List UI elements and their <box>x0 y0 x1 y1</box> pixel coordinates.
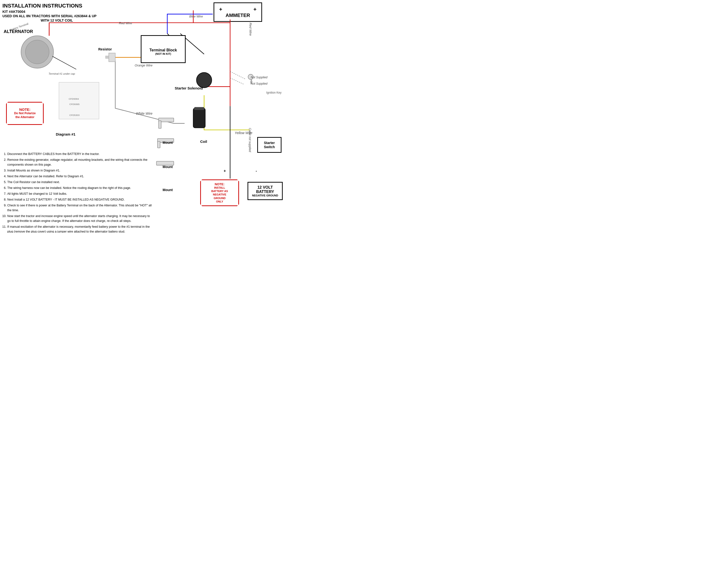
instruction-item-7: All lights MUST be changed to 12 Volt bu… <box>7 191 153 196</box>
mount3-label: Mount <box>163 188 173 192</box>
page: { "header": { "title": "INSTALLATION INS… <box>0 0 291 233</box>
mount2-label: Mount <box>163 165 173 169</box>
terminal-under-cap-label: Terminal #1 under cap <box>49 72 75 75</box>
svg-rect-18 <box>159 121 161 128</box>
svg-text:+: + <box>224 169 226 173</box>
terminal-block-title: Terminal Block <box>141 48 185 52</box>
ammeter-terminals: + + <box>214 6 261 12</box>
instruction-item-3: Install Mounts as shown in Diagram #1. <box>7 168 153 173</box>
instruction-item-5: The Coil Resistor can be installed next. <box>7 180 153 185</box>
svg-text:CFD9304: CFD9304 <box>69 98 79 100</box>
alternator-label: ALTERNATOR <box>4 29 33 34</box>
ignition-key-label: Ignition Key <box>266 91 282 94</box>
svg-rect-12 <box>109 53 115 62</box>
blue-wire-label: Blue Wire <box>189 15 203 18</box>
ammeter-plus-left: + <box>219 6 222 12</box>
resistor-label: Resistor <box>98 47 112 51</box>
page-title: INSTALLATION INSTRUCTIONS <box>2 2 97 9</box>
solenoid-label: Starter Solenoid <box>175 86 203 90</box>
svg-rect-20 <box>157 141 160 148</box>
terminal-block: Terminal Block (NOT IN KIT) <box>141 35 186 63</box>
ammeter-box: + + AMMETER <box>213 2 262 22</box>
instructions-list: Disconnect the BATTERY CABLES from the B… <box>2 151 153 233</box>
starter-switch-label: Starter Switch <box>258 141 281 149</box>
note1-title: NOTE: <box>19 107 31 112</box>
red-wire-label: Red Wire <box>119 21 132 25</box>
instruction-item-6: The wiring harness now can be installed.… <box>7 186 153 190</box>
svg-rect-17 <box>159 118 174 122</box>
svg-rect-16 <box>194 107 204 110</box>
svg-point-28 <box>21 36 54 68</box>
svg-rect-15 <box>193 108 205 128</box>
svg-text:CFD9365: CFD9365 <box>70 103 80 106</box>
terminal-block-sub: (NOT IN KIT) <box>141 52 185 55</box>
svg-rect-32 <box>59 82 99 119</box>
svg-line-9 <box>230 78 244 84</box>
not-supplied-2: Not Supplied <box>251 82 267 85</box>
svg-text:CFD5303: CFD5303 <box>70 114 80 116</box>
instruction-item-11: If manual excitation of the alternator i… <box>7 224 153 233</box>
mount1-label: Mount <box>163 141 173 144</box>
instruction-item-9: Check to see if there is power at the Ba… <box>7 203 153 213</box>
instruction-item-1: Disconnect the BATTERY CABLES from the B… <box>7 151 153 157</box>
voltage-line: WITH 12 VOLT COIL <box>2 18 97 23</box>
note1-text: Do Not Polarize the Alternator <box>14 112 36 119</box>
instruction-item-10: Now start the tractor and increase engin… <box>7 214 153 223</box>
kit-number: KIT #AKT0004 <box>2 9 97 14</box>
battery-title2: BATTERY <box>256 190 274 194</box>
note2-text: INSTALL BATTERY AS NEGATIVE GROUND ONLY <box>211 186 228 203</box>
ammeter-title: AMMETER <box>226 12 250 18</box>
svg-point-14 <box>197 73 212 88</box>
svg-text:-: - <box>256 169 257 173</box>
coil-label: Coil <box>200 139 207 144</box>
instructions-block: Disconnect the BATTERY CABLES from the B… <box>2 151 153 233</box>
note2-title: NOTE: <box>215 182 225 186</box>
battery-box: 12 VOLT BATTERY NEGATIVE GROUND <box>248 182 283 200</box>
instruction-item-8: Next Install a 12 VOLT BATTERY - IT MUST… <box>7 197 153 202</box>
white-wire-label: White Wire <box>136 112 152 115</box>
starter-switch-box: Starter Switch <box>257 137 282 153</box>
svg-line-30 <box>52 56 76 70</box>
not-supplied-1: Not Supplied <box>251 76 267 79</box>
cable-not-supplied-label: Cable not supplied <box>248 128 252 152</box>
usage-line: USED ON ALL 8N TRACTORS WITH SERIAL #263… <box>2 14 97 18</box>
svg-point-29 <box>25 40 49 64</box>
diagram-label: Diagram #1 <box>56 132 76 136</box>
svg-rect-21 <box>157 161 174 165</box>
header-block: INSTALLATION INSTRUCTIONS KIT #AKT0004 U… <box>2 2 97 23</box>
svg-line-8 <box>230 72 245 79</box>
orange-wire-label: Orange Wire <box>135 63 153 67</box>
note-box-1: NOTE: Do Not Polarize the Alternator <box>6 102 44 125</box>
note2-box: NOTE: INSTALL BATTERY AS NEGATIVE GROUND… <box>200 179 239 206</box>
ammeter-plus-right: + <box>253 6 257 12</box>
svg-rect-13 <box>106 56 109 58</box>
battery-sub: NEGATIVE GROUND <box>252 194 278 197</box>
red-wire-vertical-label: Red Wire <box>249 23 252 36</box>
battery-title: 12 VOLT <box>258 185 273 190</box>
instruction-item-2: Remove the existing generator, voltage r… <box>7 157 153 167</box>
instruction-item-4: Next the Alternator can be installed. Re… <box>7 174 153 179</box>
